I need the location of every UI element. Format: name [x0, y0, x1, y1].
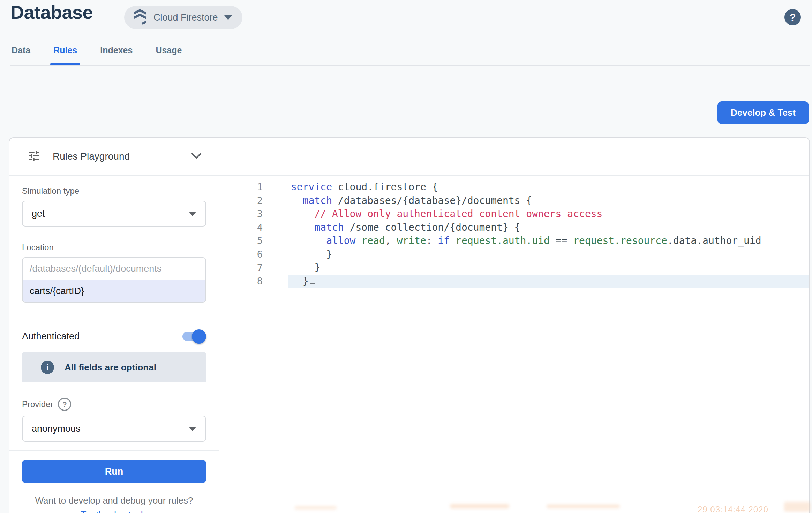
- line-number: 4: [219, 221, 263, 235]
- line-number: 2: [219, 194, 263, 208]
- dev-tools-link[interactable]: Try the dev tools: [81, 509, 147, 513]
- authenticated-row: Authenticated: [9, 331, 219, 342]
- line-number: 8: [219, 275, 263, 288]
- rules-editor: 12345678 service cloud.firestore { match…: [219, 138, 809, 513]
- provider-value: anonymous: [32, 423, 81, 434]
- tab-data[interactable]: Data: [12, 45, 30, 66]
- rules-panel: Rules Playground Simulation type get Loc…: [9, 137, 810, 513]
- simulation-type-section: Simulation type get Location /databases/…: [9, 176, 219, 303]
- info-banner: i All fields are optional: [22, 352, 206, 382]
- tune-icon: [27, 149, 41, 164]
- section-divider: [9, 319, 219, 319]
- tab-usage[interactable]: Usage: [156, 45, 182, 66]
- provider-section: Provider ? anonymous: [9, 382, 219, 442]
- code-line[interactable]: match /some_collection/{document} {: [288, 221, 809, 235]
- tab-rules[interactable]: Rules: [53, 45, 77, 66]
- develop-test-button[interactable]: Develop & Test: [717, 101, 809, 124]
- caret-down-icon: [224, 15, 232, 20]
- info-icon: i: [41, 361, 54, 374]
- code-line[interactable]: }: [288, 248, 809, 261]
- line-number: 1: [219, 181, 263, 194]
- firestore-rules-page: Database Cloud Firestore ? Data Rules In…: [0, 0, 812, 513]
- page-title: Database: [10, 1, 93, 23]
- code-line[interactable]: }: [288, 261, 809, 275]
- rules-playground-title: Rules Playground: [53, 151, 130, 162]
- location-label: Location: [22, 243, 206, 252]
- tab-divider: [10, 65, 810, 66]
- rules-playground-header[interactable]: Rules Playground: [9, 138, 219, 176]
- section-divider: [9, 450, 219, 451]
- simulation-type-label: Simulation type: [22, 186, 206, 196]
- caret-down-icon: [189, 427, 196, 431]
- line-number: 7: [219, 261, 263, 275]
- caret-down-icon: [189, 212, 196, 216]
- tab-bar: Data Rules Indexes Usage: [12, 45, 182, 66]
- line-number: 5: [219, 234, 263, 248]
- tab-indexes[interactable]: Indexes: [100, 45, 133, 66]
- database-type-selector[interactable]: Cloud Firestore: [124, 6, 242, 29]
- text-caret: [310, 283, 315, 284]
- location-field[interactable]: /databases/(default)/documents carts/{ca…: [22, 257, 206, 303]
- authenticated-toggle[interactable]: [182, 332, 204, 341]
- code-lines[interactable]: service cloud.firestore { match /databas…: [288, 181, 809, 513]
- line-number: 6: [219, 248, 263, 261]
- authenticated-label: Authenticated: [22, 331, 80, 342]
- simulation-type-select[interactable]: get: [22, 201, 206, 227]
- line-number: 3: [219, 207, 263, 221]
- code-line[interactable]: }: [288, 275, 809, 288]
- code-line[interactable]: allow read, write: if request.auth.uid =…: [288, 234, 809, 248]
- rules-playground-sidebar: Rules Playground Simulation type get Loc…: [9, 138, 219, 513]
- dev-tools-question: Want to develop and debug your rules?: [9, 495, 219, 506]
- run-button[interactable]: Run: [22, 460, 206, 483]
- gutter: 12345678: [219, 181, 288, 513]
- help-button[interactable]: ?: [784, 9, 801, 25]
- firestore-icon: [133, 8, 147, 26]
- code-line[interactable]: match /databases/{database}/documents {: [288, 194, 809, 208]
- editor-toolbar: [219, 138, 809, 176]
- location-prefix-placeholder: /databases/(default)/documents: [23, 258, 205, 280]
- provider-select[interactable]: anonymous: [22, 416, 206, 442]
- editor-body[interactable]: 12345678 service cloud.firestore { match…: [219, 176, 809, 513]
- provider-help-icon[interactable]: ?: [58, 398, 71, 411]
- chevron-down-icon[interactable]: [190, 152, 203, 161]
- code-line[interactable]: service cloud.firestore {: [288, 181, 809, 194]
- simulation-type-value: get: [32, 208, 45, 219]
- location-value-input[interactable]: carts/{cartID}: [23, 280, 205, 302]
- database-type-label: Cloud Firestore: [153, 12, 218, 23]
- code-line[interactable]: // Allow only authenticated content owne…: [288, 207, 809, 221]
- info-banner-text: All fields are optional: [65, 362, 156, 373]
- provider-label: Provider: [22, 399, 53, 409]
- toggle-knob: [192, 329, 206, 344]
